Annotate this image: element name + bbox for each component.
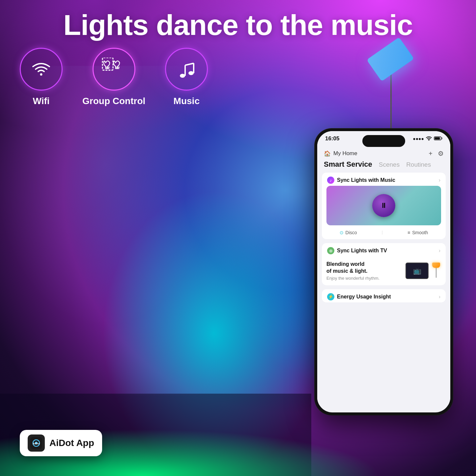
lamp-shade bbox=[367, 37, 414, 81]
wifi-circle bbox=[20, 48, 63, 91]
album-pause-icon: ⏸ bbox=[380, 201, 387, 210]
sync-tv-row: ⊕ Sync Lights with TV › Blending worldof… bbox=[322, 243, 446, 285]
energy-name[interactable]: Energy Usage Insight bbox=[337, 294, 391, 300]
signal-icon: ●●●● bbox=[413, 136, 424, 141]
mode-divider: | bbox=[382, 230, 383, 235]
sync-tv-header: ⊕ Sync Lights with TV › bbox=[322, 243, 446, 256]
music-modes: ⊙ Disco | ≡ Smooth bbox=[322, 227, 446, 239]
floor-lamp bbox=[371, 46, 410, 140]
disco-mode[interactable]: ⊙ Disco bbox=[340, 230, 357, 235]
home-icon: 🏠 bbox=[324, 150, 331, 157]
music-service-icon-char: ♪ bbox=[330, 178, 332, 183]
aidot-badge: AiDot AiDot App bbox=[20, 430, 102, 456]
group-icon bbox=[101, 58, 127, 81]
svg-point-6 bbox=[180, 74, 185, 78]
tv-lamp-pole bbox=[436, 268, 436, 278]
sync-tv-icon: ⊕ bbox=[327, 247, 334, 254]
music-circle bbox=[165, 48, 208, 91]
tv-lamp bbox=[431, 263, 441, 279]
music-album-art: ⏸ bbox=[372, 194, 395, 217]
aidot-app-label: AiDot App bbox=[49, 438, 94, 448]
energy-icon: ⚡ bbox=[327, 293, 334, 300]
wifi-status-icon bbox=[426, 136, 432, 142]
scroll-content: ♪ Sync Lights with Music › ⏸ bbox=[317, 173, 450, 405]
tv-card-subtitle: Enjoy the wonderful rhythm. bbox=[326, 276, 402, 281]
phone-outer: 16:05 ●●●● bbox=[315, 128, 453, 415]
sync-music-title-row: ♪ Sync Lights with Music bbox=[327, 177, 395, 184]
phone-screen: 16:05 ●●●● bbox=[317, 131, 450, 412]
wifi-label: Wifi bbox=[33, 96, 49, 106]
svg-point-15 bbox=[429, 140, 429, 140]
status-icons: ●●●● bbox=[413, 136, 442, 142]
energy-icon-char: ⚡ bbox=[328, 294, 333, 299]
energy-chevron[interactable]: › bbox=[439, 294, 440, 300]
status-time: 16:05 bbox=[325, 135, 339, 142]
page-title: Lights dance to the music bbox=[0, 9, 476, 41]
svg-point-7 bbox=[188, 71, 194, 75]
aidot-logo-icon: AiDot bbox=[30, 437, 42, 449]
tv-screen: 📺 bbox=[406, 263, 429, 279]
energy-row: ⚡ Energy Usage Insight › bbox=[322, 289, 446, 302]
home-label-row: 🏠 My Home bbox=[324, 150, 357, 157]
sync-tv-title-row: ⊕ Sync Lights with TV bbox=[327, 247, 387, 254]
music-label: Music bbox=[174, 96, 200, 106]
tv-text: Blending worldof music & light. Enjoy th… bbox=[326, 261, 402, 281]
tab-routines[interactable]: Routines bbox=[406, 161, 431, 168]
app-header: 🏠 My Home + ⚙ bbox=[317, 146, 450, 160]
settings-button[interactable]: ⚙ bbox=[438, 150, 444, 157]
smooth-label: Smooth bbox=[412, 230, 428, 235]
phone-mockup: 16:05 ●●●● bbox=[315, 128, 453, 415]
tv-visual: 📺 bbox=[406, 263, 441, 279]
svg-point-0 bbox=[40, 73, 42, 76]
svg-rect-17 bbox=[435, 137, 440, 139]
features-row: Wifi Group Control bbox=[20, 48, 208, 106]
smooth-mode[interactable]: ≡ Smooth bbox=[407, 230, 428, 235]
sync-music-row: ♪ Sync Lights with Music › ⏸ bbox=[322, 173, 446, 239]
tab-bar: Smart Service Scenes Routines bbox=[317, 160, 450, 173]
sync-music-name[interactable]: Sync Lights with Music bbox=[337, 177, 395, 183]
sync-music-chevron[interactable]: › bbox=[439, 177, 440, 183]
sync-music-icon: ♪ bbox=[327, 177, 334, 184]
add-button[interactable]: + bbox=[429, 150, 433, 157]
tab-smart-service[interactable]: Smart Service bbox=[324, 160, 372, 169]
feature-wifi: Wifi bbox=[20, 48, 63, 106]
feature-music: Music bbox=[165, 48, 208, 106]
home-label: My Home bbox=[333, 150, 357, 157]
sync-music-header: ♪ Sync Lights with Music › bbox=[322, 173, 446, 186]
svg-line-10 bbox=[185, 63, 194, 65]
dynamic-island bbox=[362, 135, 405, 147]
sync-tv-name[interactable]: Sync Lights with TV bbox=[337, 248, 387, 254]
tv-service-icon-char: ⊕ bbox=[329, 248, 333, 253]
smooth-icon: ≡ bbox=[407, 230, 410, 235]
energy-header: ⚡ Energy Usage Insight › bbox=[322, 289, 446, 302]
battery-icon bbox=[434, 136, 442, 142]
disco-label: Disco bbox=[346, 230, 357, 235]
tv-card-title: Blending worldof music & light. bbox=[326, 261, 402, 275]
header-actions: + ⚙ bbox=[429, 150, 444, 157]
disco-icon: ⊙ bbox=[340, 230, 344, 235]
energy-title-row: ⚡ Energy Usage Insight bbox=[327, 293, 391, 300]
svg-text:AiDot: AiDot bbox=[33, 442, 40, 445]
feature-group: Group Control bbox=[82, 48, 145, 106]
music-card: ⏸ bbox=[326, 186, 441, 225]
tv-card-content: Blending worldof music & light. Enjoy th… bbox=[322, 256, 446, 285]
group-label: Group Control bbox=[82, 96, 145, 106]
sync-tv-chevron[interactable]: › bbox=[439, 248, 440, 254]
group-circle bbox=[93, 48, 135, 91]
music-icon bbox=[176, 59, 197, 80]
tv-lamp-shade bbox=[432, 263, 440, 268]
main-content: Lights dance to the music Wifi bbox=[0, 0, 476, 476]
tab-scenes[interactable]: Scenes bbox=[379, 161, 400, 168]
aidot-logo: AiDot bbox=[28, 434, 45, 452]
wifi-icon bbox=[30, 58, 53, 81]
